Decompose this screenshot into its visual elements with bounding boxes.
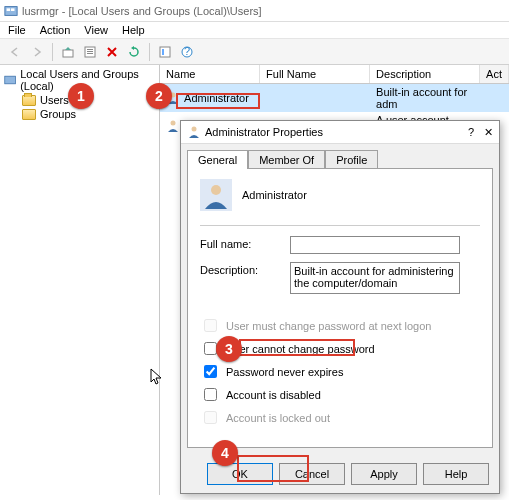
svg-rect-5 (87, 49, 93, 50)
tree-panel: Local Users and Groups (Local) Users Gro… (0, 65, 160, 495)
description-label: Description: (200, 262, 280, 276)
toolbar: ? (0, 39, 509, 65)
window-title: lusrmgr - [Local Users and Groups (Local… (22, 5, 262, 17)
list-header: Name Full Name Description Act (160, 65, 509, 84)
mouse-cursor-icon (150, 368, 164, 386)
checkbox-disabled[interactable]: Account is disabled (200, 385, 480, 404)
dialog-tabs: General Member Of Profile (181, 144, 499, 169)
tab-profile[interactable]: Profile (325, 150, 378, 169)
dialog-title: Administrator Properties (205, 126, 323, 138)
toolbar-separator (149, 43, 150, 61)
menu-file[interactable]: File (8, 24, 26, 36)
svg-rect-7 (87, 53, 93, 54)
svg-rect-1 (7, 8, 11, 11)
col-actions[interactable]: Act (480, 65, 509, 83)
window-titlebar: lusrmgr - [Local Users and Groups (Local… (0, 0, 509, 22)
checkbox-neverexpire[interactable]: Password never expires (200, 362, 480, 381)
up-button[interactable] (57, 42, 79, 62)
svg-point-13 (171, 93, 176, 98)
cell-name: Administrator (184, 92, 249, 104)
checkbox-cannotchange[interactable]: User cannot change password (200, 339, 480, 358)
help-button[interactable]: Help (423, 463, 489, 485)
user-large-icon (200, 179, 232, 211)
cell-desc: Built-in account for adm (376, 86, 474, 110)
tree-root[interactable]: Local Users and Groups (Local) (2, 67, 157, 93)
svg-rect-8 (160, 47, 170, 57)
dialog-titlebar: Administrator Properties ? ✕ (181, 121, 499, 144)
list-row-administrator[interactable]: Administrator Built-in account for adm (160, 84, 509, 112)
user-icon (166, 91, 180, 105)
ok-button[interactable]: OK (207, 463, 273, 485)
svg-rect-12 (5, 76, 16, 84)
lusrmgr-icon (4, 73, 16, 87)
menu-view[interactable]: View (84, 24, 108, 36)
svg-rect-2 (11, 8, 15, 11)
help-icon[interactable]: ? (468, 126, 474, 138)
svg-point-17 (211, 185, 221, 195)
menu-action[interactable]: Action (40, 24, 71, 36)
col-fullname[interactable]: Full Name (260, 65, 370, 83)
dialog-username: Administrator (242, 189, 307, 201)
user-icon (166, 119, 180, 133)
fullname-field[interactable] (290, 236, 460, 254)
svg-point-15 (192, 127, 197, 132)
export-button[interactable] (154, 42, 176, 62)
tab-general-body: Administrator Full name: Description: Us… (187, 168, 493, 448)
folder-icon (22, 109, 36, 120)
svg-rect-6 (87, 51, 93, 52)
checkbox-locked-input (204, 411, 217, 424)
tree-item-groups[interactable]: Groups (2, 107, 157, 121)
apply-button[interactable]: Apply (351, 463, 417, 485)
tree-item-label: Users (40, 94, 69, 106)
folder-open-icon (22, 95, 36, 106)
col-name[interactable]: Name (160, 65, 260, 83)
checkbox-neverexpire-input[interactable] (204, 365, 217, 378)
help-button[interactable]: ? (176, 42, 198, 62)
user-icon (187, 125, 201, 139)
fullname-label: Full name: (200, 236, 280, 250)
checkbox-disabled-input[interactable] (204, 388, 217, 401)
close-icon[interactable]: ✕ (484, 126, 493, 139)
checkbox-locked: Account is locked out (200, 408, 480, 427)
tree-item-users[interactable]: Users (2, 93, 157, 107)
checkbox-mustchange: User must change password at next logon (200, 316, 480, 335)
back-button (4, 42, 26, 62)
lusrmgr-icon (4, 4, 18, 18)
tab-memberof[interactable]: Member Of (248, 150, 325, 169)
toolbar-separator (52, 43, 53, 61)
svg-rect-3 (63, 50, 73, 57)
svg-text:?: ? (184, 45, 190, 57)
tree-root-label: Local Users and Groups (Local) (20, 68, 155, 92)
checkbox-cannotchange-input[interactable] (204, 342, 217, 355)
checkbox-cannotchange-label: User cannot change password (226, 343, 375, 355)
col-description[interactable]: Description (370, 65, 480, 83)
refresh-button[interactable] (123, 42, 145, 62)
checkbox-disabled-label: Account is disabled (226, 389, 321, 401)
properties-button[interactable] (79, 42, 101, 62)
checkbox-mustchange-input (204, 319, 217, 332)
svg-point-14 (171, 121, 176, 126)
dialog-button-row: OK Cancel Apply Help (181, 455, 499, 493)
checkbox-mustchange-label: User must change password at next logon (226, 320, 431, 332)
tab-general[interactable]: General (187, 150, 248, 169)
svg-rect-9 (162, 49, 164, 55)
description-field[interactable] (290, 262, 460, 294)
menu-help[interactable]: Help (122, 24, 145, 36)
delete-button[interactable] (101, 42, 123, 62)
menu-bar: File Action View Help (0, 22, 509, 39)
tree-item-label: Groups (40, 108, 76, 120)
checkbox-neverexpire-label: Password never expires (226, 366, 343, 378)
checkbox-locked-label: Account is locked out (226, 412, 330, 424)
properties-dialog: Administrator Properties ? ✕ General Mem… (180, 120, 500, 494)
forward-button (26, 42, 48, 62)
cancel-button[interactable]: Cancel (279, 463, 345, 485)
